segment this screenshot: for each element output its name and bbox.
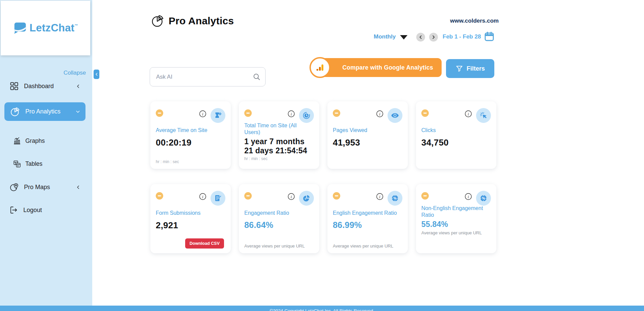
- google-analytics-icon: [309, 57, 330, 78]
- card-header: i: [156, 191, 225, 206]
- card-average-time-on-site: i Average Time on Site 00:20:19: [150, 101, 231, 169]
- pie-chart-icon: [151, 14, 165, 28]
- svg-text:i: i: [379, 195, 380, 199]
- sidebar-item-label: Pro Maps: [24, 184, 50, 191]
- compare-google-analytics-button[interactable]: Compare with Google Analytics: [309, 57, 442, 78]
- sidebar-item-pro-analytics[interactable]: Pro Analytics: [4, 102, 85, 121]
- info-icon[interactable]: i: [376, 110, 383, 118]
- logo-text: LetzChat™: [29, 22, 78, 34]
- period-dropdown[interactable]: Monthly: [374, 33, 396, 40]
- card-value: 55.84%: [421, 220, 491, 229]
- minus-badge[interactable]: [421, 192, 429, 200]
- minus-badge[interactable]: [421, 109, 429, 117]
- card-header: i: [244, 108, 314, 121]
- card-subtext: Average views per unique URL: [244, 243, 314, 249]
- page: LetzChat™ Collapse Dashboard: [0, 0, 644, 311]
- ask-ai-search: [150, 67, 266, 86]
- info-icon[interactable]: i: [376, 193, 383, 200]
- card-title[interactable]: Average Time on Site: [156, 127, 225, 134]
- page-title: Pro Analytics: [169, 15, 234, 27]
- download-csv-button[interactable]: Download CSV: [185, 238, 224, 249]
- card-value: 00:20:19: [156, 137, 225, 148]
- card-title[interactable]: English Engagement Ratio: [333, 210, 402, 217]
- info-icon[interactable]: i: [288, 110, 295, 118]
- card-value: 41,953: [333, 137, 402, 148]
- card-subtext: hr : min : sec: [156, 159, 225, 164]
- chevron-left-icon: [75, 83, 81, 89]
- svg-text:%: %: [393, 196, 397, 200]
- compare-button-label: Compare with Google Analytics: [320, 58, 442, 77]
- card-value: 1 year 7 months 21 days 21:54:54: [244, 137, 314, 155]
- card-header: i: [421, 108, 491, 123]
- next-period-button[interactable]: [429, 33, 438, 42]
- ask-ai-input[interactable]: [150, 67, 266, 86]
- svg-text:i: i: [202, 195, 203, 199]
- card-header-icons: i %: [465, 191, 491, 206]
- caret-down-icon[interactable]: [400, 35, 407, 40]
- chevron-right-icon: [431, 35, 436, 40]
- card-title[interactable]: Pages Viewed: [333, 127, 402, 134]
- search-icon[interactable]: [253, 73, 261, 81]
- info-icon[interactable]: i: [199, 110, 206, 118]
- collapse-link[interactable]: Collapse: [64, 70, 86, 76]
- card-title[interactable]: Non-English Engagement Ratio: [421, 205, 491, 218]
- filters-button[interactable]: Filters: [446, 59, 494, 78]
- sidebar: LetzChat™ Collapse Dashboard: [0, 0, 92, 306]
- trademark: ™: [74, 24, 78, 27]
- funnel-icon: [455, 65, 463, 73]
- cursor-click-icon: [476, 108, 491, 123]
- card-english-engagement-ratio: i % English Engagement Ratio 86.99% Aver…: [327, 184, 408, 253]
- sidebar-item-label: Pro Analytics: [25, 108, 60, 115]
- minus-badge[interactable]: [333, 192, 340, 200]
- card-header: i: [333, 108, 402, 123]
- minus-badge[interactable]: [156, 192, 163, 200]
- copyright-text: ©2024 Copyright LetzChat Inc. All Rights…: [270, 308, 374, 311]
- card-header: i: [156, 108, 225, 123]
- info-icon[interactable]: i: [199, 193, 206, 200]
- sidebar-item-graphs[interactable]: Graphs: [13, 136, 77, 146]
- card-engagement-ratio: i $ Engagement Ratio 86.64% Average view…: [239, 184, 319, 253]
- calendar-icon[interactable]: [484, 31, 495, 42]
- card-pages-viewed: i Pages Viewed 41,953: [327, 101, 408, 169]
- sidebar-item-tables[interactable]: Tables: [13, 159, 77, 169]
- footer: ©2024 Copyright LetzChat Inc. All Rights…: [0, 306, 644, 311]
- chevron-down-icon: [75, 109, 81, 114]
- info-icon[interactable]: i: [465, 193, 472, 200]
- card-header-icons: i %: [376, 191, 402, 206]
- minus-badge[interactable]: [244, 192, 252, 200]
- pie-dollar-icon: $: [299, 191, 314, 206]
- form-icon: [210, 191, 225, 206]
- minus-badge[interactable]: [333, 109, 340, 117]
- date-range-label[interactable]: Feb 1 - Feb 28: [443, 33, 481, 40]
- sidebar-item-logout[interactable]: Logout: [9, 205, 74, 215]
- card-form-submissions: i Form Submissions 2,921 Download CSV: [150, 184, 231, 253]
- card-title[interactable]: Clicks: [421, 127, 491, 134]
- card-header-icons: i: [376, 108, 402, 123]
- card-clicks: i Clicks 34,750: [416, 101, 496, 169]
- sidebar-item-label: Tables: [25, 160, 43, 167]
- card-value: 86.64%: [244, 220, 314, 230]
- card-title[interactable]: Form Submissions: [156, 210, 225, 217]
- card-subtext: hr : min : sec: [244, 156, 314, 161]
- hourglass-gear-icon: [210, 108, 225, 123]
- minus-badge[interactable]: [244, 109, 252, 117]
- card-title[interactable]: Engagement Ratio: [244, 210, 314, 217]
- previous-period-button[interactable]: [416, 33, 425, 42]
- card-value: 2,921: [156, 220, 225, 230]
- info-icon[interactable]: i: [288, 193, 295, 200]
- card-header: i %: [421, 191, 491, 204]
- info-icon[interactable]: i: [465, 110, 472, 118]
- sidebar-item-dashboard[interactable]: Dashboard: [9, 81, 81, 91]
- filters-button-label: Filters: [467, 65, 485, 72]
- sidebar-item-pro-maps[interactable]: Pro Maps: [9, 182, 81, 192]
- maps-icon: [9, 182, 19, 192]
- card-total-time-on-site: i Total Time on Site (All Users) 1 year …: [239, 101, 319, 169]
- svg-text:%: %: [482, 196, 485, 200]
- collapse-toggle-button[interactable]: [94, 70, 99, 79]
- card-footer: Download CSV: [156, 238, 225, 249]
- minus-badge[interactable]: [156, 109, 163, 117]
- percent-icon: %: [388, 191, 402, 206]
- card-header-icons: i: [465, 108, 491, 123]
- clock-history-icon: [299, 108, 314, 123]
- card-title[interactable]: Total Time on Site (All Users): [244, 122, 314, 136]
